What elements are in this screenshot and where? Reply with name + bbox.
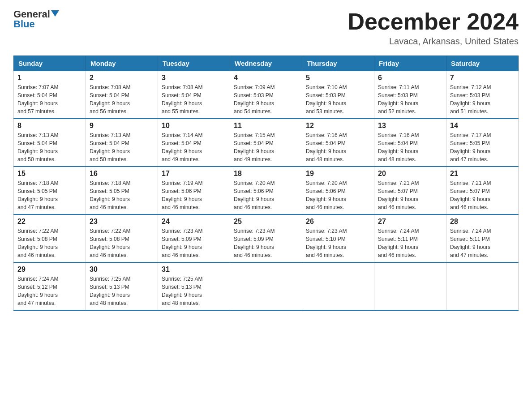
day-info: Sunrise: 7:24 AM Sunset: 5:11 PM Dayligh… (378, 227, 442, 259)
day-number: 12 (306, 122, 370, 130)
day-info: Sunrise: 7:20 AM Sunset: 5:06 PM Dayligh… (306, 179, 370, 211)
calendar-cell: 16 Sunrise: 7:18 AM Sunset: 5:05 PM Dayl… (86, 167, 158, 214)
day-number: 22 (17, 218, 82, 226)
logo-triangle-icon (51, 10, 59, 17)
page-header: General Blue December 2024 Lavaca, Arkan… (13, 9, 519, 47)
calendar-cell: 22 Sunrise: 7:22 AM Sunset: 5:08 PM Dayl… (14, 214, 86, 262)
calendar-cell: 12 Sunrise: 7:16 AM Sunset: 5:04 PM Dayl… (302, 119, 374, 167)
calendar-cell: 2 Sunrise: 7:08 AM Sunset: 5:04 PM Dayli… (86, 71, 158, 119)
day-number: 3 (162, 74, 226, 82)
calendar-cell: 4 Sunrise: 7:09 AM Sunset: 5:03 PM Dayli… (230, 71, 302, 119)
day-info: Sunrise: 7:16 AM Sunset: 5:04 PM Dayligh… (378, 131, 442, 163)
calendar-cell: 21 Sunrise: 7:21 AM Sunset: 5:07 PM Dayl… (446, 167, 519, 214)
day-number: 20 (378, 170, 442, 178)
day-number: 7 (450, 74, 515, 82)
day-info: Sunrise: 7:16 AM Sunset: 5:04 PM Dayligh… (306, 131, 370, 163)
day-number: 29 (17, 265, 82, 274)
calendar-cell: 14 Sunrise: 7:17 AM Sunset: 5:05 PM Dayl… (446, 119, 519, 167)
day-info: Sunrise: 7:13 AM Sunset: 5:04 PM Dayligh… (90, 131, 154, 163)
day-info: Sunrise: 7:19 AM Sunset: 5:06 PM Dayligh… (162, 179, 226, 211)
calendar-cell: 24 Sunrise: 7:23 AM Sunset: 5:09 PM Dayl… (158, 214, 230, 262)
day-info: Sunrise: 7:18 AM Sunset: 5:05 PM Dayligh… (90, 179, 154, 211)
calendar-cell: 23 Sunrise: 7:22 AM Sunset: 5:08 PM Dayl… (86, 214, 158, 262)
calendar-title: December 2024 (348, 9, 519, 34)
day-info: Sunrise: 7:11 AM Sunset: 5:03 PM Dayligh… (378, 83, 442, 116)
calendar-cell: 10 Sunrise: 7:14 AM Sunset: 5:04 PM Dayl… (158, 119, 230, 167)
calendar-table: Sunday Monday Tuesday Wednesday Thursday… (13, 56, 519, 311)
calendar-cell: 19 Sunrise: 7:20 AM Sunset: 5:06 PM Dayl… (302, 167, 374, 214)
day-info: Sunrise: 7:24 AM Sunset: 5:11 PM Dayligh… (450, 227, 515, 259)
day-info: Sunrise: 7:10 AM Sunset: 5:03 PM Dayligh… (306, 83, 370, 116)
calendar-cell: 31 Sunrise: 7:25 AM Sunset: 5:13 PM Dayl… (158, 262, 230, 310)
calendar-cell (302, 262, 374, 310)
calendar-week-3: 15 Sunrise: 7:18 AM Sunset: 5:05 PM Dayl… (14, 167, 519, 214)
day-info: Sunrise: 7:25 AM Sunset: 5:13 PM Dayligh… (162, 275, 226, 307)
day-number: 31 (162, 265, 226, 274)
col-monday: Monday (86, 56, 158, 71)
col-friday: Friday (374, 56, 446, 71)
logo-text-blue: Blue (13, 19, 35, 30)
calendar-cell: 15 Sunrise: 7:18 AM Sunset: 5:05 PM Dayl… (14, 167, 86, 214)
day-number: 26 (306, 218, 370, 226)
day-number: 10 (162, 122, 226, 130)
calendar-header-row: Sunday Monday Tuesday Wednesday Thursday… (14, 56, 519, 71)
day-info: Sunrise: 7:09 AM Sunset: 5:03 PM Dayligh… (234, 83, 298, 116)
day-number: 25 (234, 218, 298, 226)
calendar-cell: 25 Sunrise: 7:23 AM Sunset: 5:09 PM Dayl… (230, 214, 302, 262)
day-info: Sunrise: 7:08 AM Sunset: 5:04 PM Dayligh… (162, 83, 226, 116)
title-block: December 2024 Lavaca, Arkansas, United S… (348, 9, 519, 47)
calendar-week-4: 22 Sunrise: 7:22 AM Sunset: 5:08 PM Dayl… (14, 214, 519, 262)
calendar-cell (446, 262, 519, 310)
col-wednesday: Wednesday (230, 56, 302, 71)
day-info: Sunrise: 7:08 AM Sunset: 5:04 PM Dayligh… (90, 83, 154, 116)
day-number: 24 (162, 218, 226, 226)
day-info: Sunrise: 7:25 AM Sunset: 5:13 PM Dayligh… (90, 275, 154, 307)
col-saturday: Saturday (446, 56, 519, 71)
calendar-cell: 9 Sunrise: 7:13 AM Sunset: 5:04 PM Dayli… (86, 119, 158, 167)
day-info: Sunrise: 7:22 AM Sunset: 5:08 PM Dayligh… (17, 227, 82, 259)
day-number: 30 (90, 265, 154, 274)
day-number: 23 (90, 218, 154, 226)
calendar-cell: 18 Sunrise: 7:20 AM Sunset: 5:06 PM Dayl… (230, 167, 302, 214)
day-number: 28 (450, 218, 515, 226)
day-number: 13 (378, 122, 442, 130)
day-info: Sunrise: 7:07 AM Sunset: 5:04 PM Dayligh… (17, 83, 82, 116)
day-number: 18 (234, 170, 298, 178)
day-info: Sunrise: 7:13 AM Sunset: 5:04 PM Dayligh… (17, 131, 82, 163)
calendar-cell: 6 Sunrise: 7:11 AM Sunset: 5:03 PM Dayli… (374, 71, 446, 119)
calendar-cell: 13 Sunrise: 7:16 AM Sunset: 5:04 PM Dayl… (374, 119, 446, 167)
day-info: Sunrise: 7:20 AM Sunset: 5:06 PM Dayligh… (234, 179, 298, 211)
day-number: 2 (90, 74, 154, 82)
day-info: Sunrise: 7:18 AM Sunset: 5:05 PM Dayligh… (17, 179, 82, 211)
calendar-cell: 1 Sunrise: 7:07 AM Sunset: 5:04 PM Dayli… (14, 71, 86, 119)
calendar-cell: 29 Sunrise: 7:24 AM Sunset: 5:12 PM Dayl… (14, 262, 86, 310)
day-info: Sunrise: 7:14 AM Sunset: 5:04 PM Dayligh… (162, 131, 226, 163)
day-number: 27 (378, 218, 442, 226)
calendar-cell: 27 Sunrise: 7:24 AM Sunset: 5:11 PM Dayl… (374, 214, 446, 262)
day-number: 9 (90, 122, 154, 130)
day-info: Sunrise: 7:23 AM Sunset: 5:10 PM Dayligh… (306, 227, 370, 259)
calendar-cell: 11 Sunrise: 7:15 AM Sunset: 5:04 PM Dayl… (230, 119, 302, 167)
day-info: Sunrise: 7:22 AM Sunset: 5:08 PM Dayligh… (90, 227, 154, 259)
day-info: Sunrise: 7:21 AM Sunset: 5:07 PM Dayligh… (450, 179, 515, 211)
day-number: 16 (90, 170, 154, 178)
day-number: 8 (17, 122, 82, 130)
day-number: 4 (234, 74, 298, 82)
calendar-cell: 26 Sunrise: 7:23 AM Sunset: 5:10 PM Dayl… (302, 214, 374, 262)
day-number: 11 (234, 122, 298, 130)
day-info: Sunrise: 7:12 AM Sunset: 5:03 PM Dayligh… (450, 83, 515, 116)
calendar-week-1: 1 Sunrise: 7:07 AM Sunset: 5:04 PM Dayli… (14, 71, 519, 119)
day-info: Sunrise: 7:15 AM Sunset: 5:04 PM Dayligh… (234, 131, 298, 163)
day-info: Sunrise: 7:23 AM Sunset: 5:09 PM Dayligh… (162, 227, 226, 259)
day-number: 14 (450, 122, 515, 130)
day-info: Sunrise: 7:24 AM Sunset: 5:12 PM Dayligh… (17, 275, 82, 307)
col-tuesday: Tuesday (158, 56, 230, 71)
day-info: Sunrise: 7:17 AM Sunset: 5:05 PM Dayligh… (450, 131, 515, 163)
day-number: 17 (162, 170, 226, 178)
logo: General Blue (13, 9, 59, 30)
day-number: 5 (306, 74, 370, 82)
calendar-cell: 5 Sunrise: 7:10 AM Sunset: 5:03 PM Dayli… (302, 71, 374, 119)
day-number: 1 (17, 74, 82, 82)
day-number: 19 (306, 170, 370, 178)
day-number: 15 (17, 170, 82, 178)
